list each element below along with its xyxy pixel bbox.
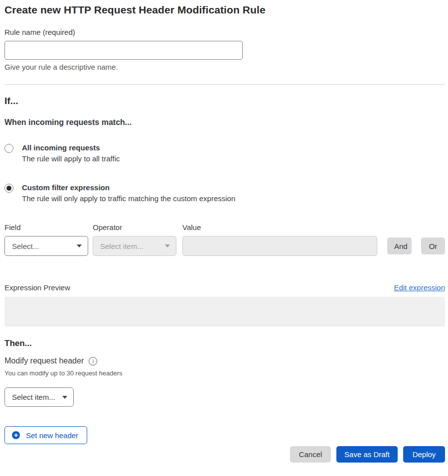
radio-description: The rule will only apply to traffic matc… (22, 194, 235, 203)
operator-column: Operator Select item... (93, 223, 176, 256)
radio-option-custom-filter-expression[interactable]: Custom filter expression The rule will o… (4, 183, 445, 203)
rule-name-input[interactable] (4, 41, 243, 60)
radio-option-all-incoming-requests[interactable]: All incoming requests The rule will appl… (4, 143, 445, 163)
page-title: Create new HTTP Request Header Modificat… (4, 4, 445, 16)
deploy-button[interactable]: Deploy (403, 446, 445, 463)
expression-preview-header: Expression Preview Edit expression (4, 283, 445, 292)
radio-label: Custom filter expression (22, 183, 110, 192)
modify-header-row: Modify request header i (4, 357, 445, 365)
set-new-header-label: Set new header (26, 431, 78, 440)
value-column: Value (182, 223, 377, 256)
footer-actions: Cancel Save as Draft Deploy (4, 446, 445, 463)
radio-selected-icon[interactable] (4, 184, 13, 193)
create-rule-page: Create new HTTP Request Header Modificat… (0, 0, 448, 476)
value-input (182, 236, 377, 256)
radio-label: All incoming requests (22, 143, 100, 152)
cancel-button[interactable]: Cancel (290, 446, 331, 463)
modify-header-helper: You can modify up to 30 request headers (4, 369, 445, 377)
radio-unselected-icon[interactable] (4, 144, 13, 153)
radio-description: The rule will apply to all traffic (22, 154, 120, 163)
value-label: Value (182, 223, 377, 232)
field-column: Field Select... (4, 223, 88, 256)
radio-texts: All incoming requests The rule will appl… (22, 143, 120, 163)
operator-select: Select item... (93, 236, 176, 256)
save-as-draft-button[interactable]: Save as Draft (336, 446, 398, 463)
chevron-down-icon (77, 244, 82, 247)
rule-name-block: Rule name (required) Give your rule a de… (4, 28, 445, 71)
rule-name-helper: Give your rule a descriptive name. (4, 63, 445, 71)
header-action-select-value: Select item... (12, 393, 55, 401)
modify-header-label: Modify request header (4, 357, 84, 365)
field-label: Field (4, 223, 88, 232)
section-divider (4, 84, 445, 85)
chevron-down-icon (165, 244, 170, 247)
expression-preview-box (4, 297, 445, 327)
radio-texts: Custom filter expression The rule will o… (22, 183, 235, 203)
chevron-down-icon (62, 396, 67, 399)
operator-select-value: Select item... (100, 242, 144, 250)
match-subheading: When incoming requests match... (4, 118, 445, 127)
and-button[interactable]: And (387, 238, 412, 254)
or-button[interactable]: Or (421, 238, 445, 254)
then-heading: Then... (4, 339, 445, 349)
edit-expression-link[interactable]: Edit expression (394, 283, 445, 292)
expression-preview-label: Expression Preview (4, 283, 70, 292)
operator-label: Operator (93, 223, 176, 232)
field-select-value: Select... (12, 242, 39, 250)
if-heading: If... (4, 96, 445, 107)
expression-builder-row: Field Select... Operator Select item... … (4, 223, 445, 256)
plus-icon: + (12, 431, 20, 439)
info-icon[interactable]: i (89, 357, 97, 365)
header-action-select[interactable]: Select item... (4, 387, 74, 407)
field-select[interactable]: Select... (4, 236, 88, 256)
rule-name-label: Rule name (required) (4, 28, 445, 36)
set-new-header-button[interactable]: + Set new header (4, 426, 87, 444)
